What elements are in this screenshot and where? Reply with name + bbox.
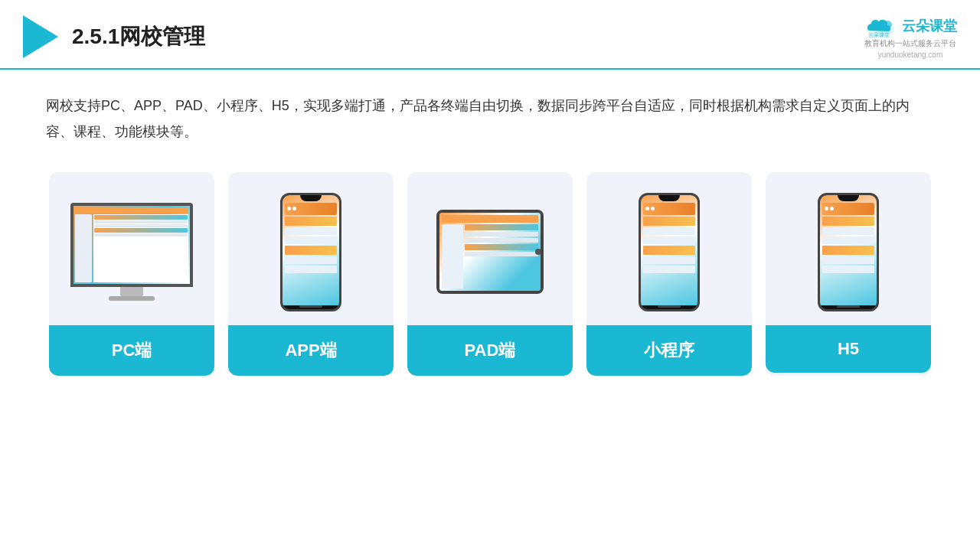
phone-icon: [280, 193, 341, 311]
phone-header-bar: [285, 203, 337, 215]
phone-content-row-5: [285, 256, 337, 264]
h5-phone-header-bar: [822, 203, 874, 215]
h5-row-5: [822, 256, 874, 264]
monitor-stand: [120, 287, 143, 296]
h5-row-2: [822, 227, 874, 235]
logo-triangle-icon: [23, 15, 58, 58]
phone-content-row-4: [285, 246, 337, 255]
cloud-logo-icon: 云朵课堂: [864, 14, 897, 38]
tablet-bar: [442, 215, 538, 223]
card-miniapp-label: 小程序: [586, 325, 752, 376]
tablet-row-5: [465, 252, 538, 256]
card-h5-label: H5: [766, 325, 931, 373]
h5-phone-screen: [820, 195, 877, 305]
brand-url: yunduoketang.com: [878, 51, 943, 59]
h5-phone-body: [818, 193, 879, 311]
phone-content-row-1: [285, 217, 337, 226]
h5-phone-content-rows: [822, 217, 874, 303]
card-pc-image: [49, 172, 214, 325]
miniapp-row-5: [643, 256, 695, 264]
miniapp-phone-notch: [658, 195, 680, 201]
card-h5-image: [766, 172, 931, 325]
tablet-sidebar: [442, 224, 463, 289]
h5-phone-home-bar: [837, 305, 860, 308]
monitor-row-4: [94, 228, 188, 233]
tablet-main: [465, 224, 538, 289]
miniapp-phone-dot-1: [645, 207, 649, 210]
monitor-row-2: [94, 220, 188, 223]
card-miniapp: 小程序: [586, 172, 752, 376]
card-pad-image: [407, 172, 573, 325]
monitor-base: [109, 296, 155, 301]
brand-slogan: 教育机构一站式服务云平台: [864, 38, 956, 49]
miniapp-row-3: [643, 236, 695, 244]
monitor-sidebar: [75, 214, 92, 282]
monitor-row-3: [94, 224, 188, 227]
card-app: APP端: [228, 172, 394, 376]
svg-point-1: [884, 21, 892, 28]
svg-text:云朵课堂: 云朵课堂: [868, 32, 890, 37]
h5-phone-notch: [838, 195, 859, 201]
phone-body: [280, 193, 341, 311]
monitor-screen: [70, 203, 193, 287]
phone-content-row-6: [285, 266, 337, 273]
brand-area: 云朵课堂 云朵课堂 教育机构一站式服务云平台 yunduoketang.com: [864, 14, 957, 59]
card-app-label: APP端: [228, 325, 394, 376]
phone-dot-2: [292, 207, 296, 210]
monitor-icon: [70, 203, 193, 301]
monitor-row-5: [94, 233, 188, 236]
monitor-content: [75, 214, 188, 282]
h5-phone-dot-1: [825, 207, 828, 210]
miniapp-phone-dot-2: [651, 207, 655, 210]
tablet-row-2: [465, 232, 538, 236]
brand-logo: 云朵课堂 云朵课堂: [864, 14, 957, 38]
tablet-body: [436, 210, 544, 294]
miniapp-phone-header-bar: [643, 203, 695, 215]
phone-content-row-3: [285, 236, 337, 244]
tablet-row-4: [465, 244, 538, 250]
miniapp-row-6: [643, 266, 695, 273]
card-pad: PAD端: [407, 172, 573, 376]
card-pc-label: PC端: [49, 325, 214, 376]
miniapp-row-1: [643, 217, 695, 226]
h5-row-3: [822, 236, 874, 244]
miniapp-phone-body: [639, 193, 700, 311]
h5-phone-dot-2: [830, 207, 834, 210]
miniapp-phone-content-rows: [643, 217, 695, 303]
miniapp-phone-screen: [641, 195, 697, 305]
miniapp-phone-home-bar: [658, 305, 681, 308]
header: 2.5.1网校管理 云朵课堂 云朵课堂 教育机构一站式服务云平台 yunduok…: [0, 0, 980, 70]
tablet-icon: [436, 210, 544, 294]
monitor-main: [93, 214, 188, 282]
tablet-content: [442, 224, 538, 289]
header-left: 2.5.1网校管理: [23, 15, 205, 58]
phone-screen: [283, 195, 339, 305]
brand-name: 云朵课堂: [902, 17, 957, 35]
monitor-screen-inner: [74, 206, 190, 284]
card-pad-label: PAD端: [407, 325, 573, 376]
phone-home-bar: [299, 305, 322, 308]
tablet-screen: [439, 213, 541, 291]
card-miniapp-image: [586, 172, 752, 325]
card-pc: PC端: [49, 172, 214, 376]
h5-row-4: [822, 246, 874, 255]
tablet-row-1: [465, 224, 538, 230]
miniapp-row-2: [643, 227, 695, 235]
tablet-row-3: [465, 238, 538, 243]
h5-row-6: [822, 266, 874, 273]
h5-phone-icon: [818, 193, 879, 311]
phone-content-row-2: [285, 227, 337, 235]
card-h5: H5: [766, 172, 931, 376]
main-content: 网校支持PC、APP、PAD、小程序、H5，实现多端打通，产品各终端自由切换，数…: [0, 70, 980, 391]
description-text: 网校支持PC、APP、PAD、小程序、H5，实现多端打通，产品各终端自由切换，数…: [46, 93, 934, 145]
phone-notch: [300, 195, 322, 201]
page-title: 2.5.1网校管理: [72, 22, 205, 51]
card-app-image: [228, 172, 394, 325]
monitor-bar: [75, 207, 188, 214]
cards-row: PC端: [46, 172, 934, 376]
phone-dot-1: [287, 207, 291, 210]
miniapp-row-4: [643, 246, 695, 255]
monitor-row-1: [94, 215, 188, 220]
tablet-home-btn: [535, 249, 541, 255]
h5-row-1: [822, 217, 874, 226]
